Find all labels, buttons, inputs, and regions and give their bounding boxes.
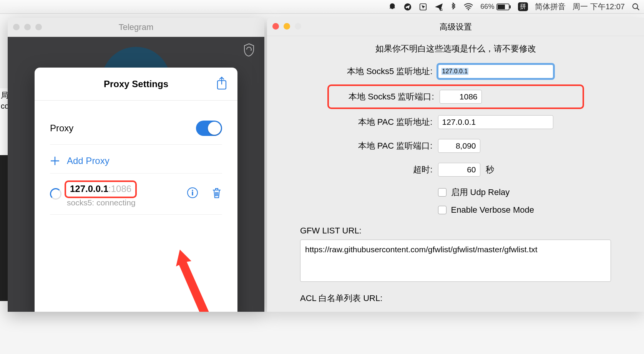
shield-icon[interactable] [243,43,255,58]
proxy-toggle-row: Proxy [50,112,222,145]
telegram-titlebar[interactable]: Telegram [8,18,264,37]
udp-relay-label: 启用 Udp Relay [451,187,510,198]
battery-percent: 66% [480,3,494,11]
socks-port-highlight: 本地 Socks5 监听端口: [327,84,584,109]
advanced-form: 本地 Socks5 监听地址: 127.0.0.1 本地 Socks5 监听端口… [333,65,579,215]
telegram-window: Telegram Proxy Settings Proxy [8,18,264,312]
telegram-status-icon[interactable] [403,3,412,11]
add-proxy-label: Add Proxy [67,155,110,166]
pac-port-row: 本地 PAC 监听端口: [333,139,579,153]
advanced-title: 高级设置 [267,22,644,32]
annotation-arrow [176,250,230,312]
minimize-dot-inactive[interactable] [24,24,31,30]
gfw-url-textarea[interactable]: https://raw.githubusercontent.com/gfwlis… [300,240,611,282]
svg-marker-12 [176,250,222,312]
timeout-suffix: 秒 [486,164,494,175]
warning-text: 如果你不明白这些选项是什么，请不要修改 [267,36,644,65]
svg-point-10 [192,190,193,191]
verbose-label: Enable Verbose Mode [451,205,534,215]
proxy-switch[interactable] [196,121,222,136]
battery-indicator[interactable]: 66% [480,3,511,11]
cursor-box-icon[interactable] [419,3,427,11]
timeout-row: 超时: 秒 [333,163,579,177]
svg-point-7 [633,3,638,8]
acl-url-label: ACL 白名单列表 URL: [300,293,644,304]
pac-port-label: 本地 PAC 监听端口: [333,140,433,152]
zoom-dot-disabled [295,23,301,30]
socks-address-input[interactable]: 127.0.0.1 [438,65,553,78]
svg-rect-6 [510,5,511,8]
menubar: G 66% 拼 简体拼音 周一 下午12:07 [0,0,644,14]
share-button[interactable] [216,76,227,92]
plus-icon [50,156,60,166]
ime-label[interactable]: 简体拼音 [535,2,566,12]
timeout-label: 超时: [333,164,433,175]
proxy-settings-sheet: Proxy Settings Proxy Add Proxy [35,68,237,312]
verbose-checkbox[interactable] [438,206,446,214]
proxy-port: :1086 [108,184,131,194]
proxy-host: 127.0.0.1 [70,184,108,194]
telegram-title: Telegram [8,22,264,32]
socks-address-row: 本地 Socks5 监听地址: 127.0.0.1 [333,65,579,78]
gfw-url-label: GFW LIST URL: [300,226,644,236]
svg-text:G: G [440,8,443,12]
proxy-entry[interactable]: 127.0.0.1:1086 socks5: connecting [50,174,222,215]
minimize-dot[interactable] [284,23,290,30]
advanced-settings-window: 高级设置 如果你不明白这些选项是什么，请不要修改 本地 Socks5 监听地址:… [267,18,644,312]
svg-rect-11 [192,192,193,195]
info-icon[interactable] [187,187,198,201]
proxy-label: Proxy [50,123,73,134]
timeout-input[interactable] [438,163,480,177]
advanced-titlebar[interactable]: 高级设置 [267,18,644,36]
bluetooth-icon[interactable] [450,2,456,12]
search-icon[interactable] [632,3,640,11]
close-dot-inactive[interactable] [13,24,20,30]
socks-address-label: 本地 Socks5 监听地址: [333,66,433,77]
pac-address-label: 本地 PAC 监听地址: [333,116,433,128]
wifi-icon[interactable] [463,3,473,11]
sheet-title: Proxy Settings [104,79,168,89]
zoom-dot-inactive[interactable] [35,24,42,30]
ime-badge[interactable]: 拼 [518,2,528,11]
svg-point-3 [468,9,470,10]
udp-relay-row[interactable]: 启用 Udp Relay [438,187,579,198]
svg-rect-5 [498,5,505,9]
pac-address-row: 本地 PAC 监听地址: [333,115,579,129]
socks-port-label: 本地 Socks5 监听端口: [334,91,434,103]
add-proxy-button[interactable]: Add Proxy [50,145,222,174]
connecting-spinner-icon [50,188,61,200]
proxy-address-highlight: 127.0.0.1:1086 [65,180,137,198]
pac-port-input[interactable] [438,139,480,153]
send-icon[interactable]: G [434,2,443,12]
udp-relay-checkbox[interactable] [438,188,446,197]
socks-port-input[interactable] [440,90,482,104]
close-dot[interactable] [272,23,279,30]
verbose-row[interactable]: Enable Verbose Mode [438,205,579,215]
pac-address-input[interactable] [438,115,553,129]
qq-icon[interactable] [388,3,397,11]
clock[interactable]: 周一 下午12:07 [573,2,625,12]
trash-icon[interactable] [211,187,222,201]
proxy-status: socks5: connecting [67,198,181,207]
